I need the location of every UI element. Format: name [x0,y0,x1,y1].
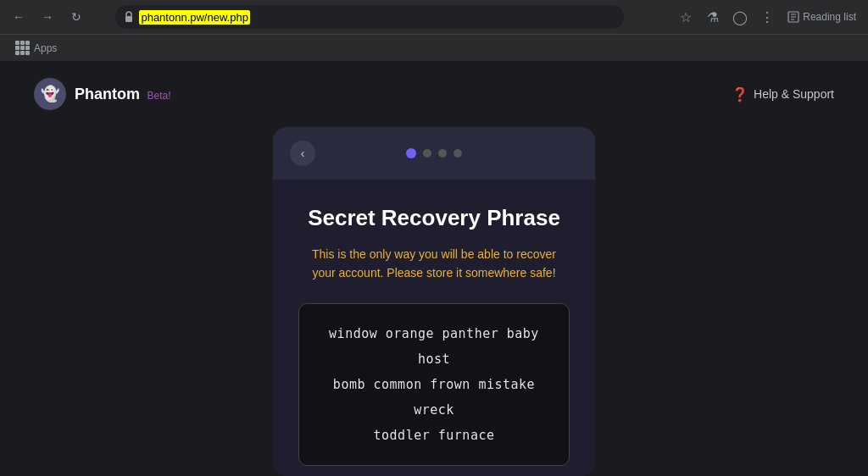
phrase-text: window orange panther baby host bomb com… [316,321,552,448]
menu-button[interactable]: ⋮ [755,5,779,29]
browser-toolbar: ← → ↻ phantonn.pw/new.php ☆ ⚗ ◯ ⋮ [0,0,868,34]
toolbar-right: ☆ ⚗ ◯ ⋮ Reading list [674,5,861,29]
address-text: phantonn.pw/new.php [139,11,615,24]
progress-dots [406,148,496,158]
apps-button[interactable]: Apps [10,38,62,58]
phrase-box: window orange panther baby host bomb com… [298,303,570,466]
address-bar[interactable]: phantonn.pw/new.php [115,5,624,29]
profile-button[interactable]: ◯ [728,5,752,29]
svg-rect-0 [125,16,132,22]
phantom-badge: Beta! [147,90,170,102]
forward-button[interactable]: → [36,5,59,29]
progress-dot-1 [406,148,416,158]
phantom-brand-name: Phantom [75,86,140,102]
phantom-emoji: 👻 [41,85,59,103]
recovery-phrase-card: ‹ Secret Recovery Phrase This is the onl… [273,127,595,476]
page-content: 👻 Phantom Beta! ❓ Help & Support ‹ [0,61,868,476]
card-warning: This is the only way you will be able to… [312,245,556,283]
progress-dot-3 [438,149,447,158]
lock-icon [124,11,134,23]
extensions-button[interactable]: ⚗ [701,5,725,29]
reload-button[interactable]: ↻ [64,5,88,29]
back-button[interactable]: ← [7,5,31,29]
card-back-button[interactable]: ‹ [290,141,315,166]
help-support-label: Help & Support [754,87,834,101]
apps-grid-icon [15,41,30,55]
apps-label: Apps [34,42,57,54]
phantom-avatar: 👻 [34,78,66,110]
progress-dot-4 [453,149,462,158]
card-header: ‹ [273,127,595,180]
card-body: Secret Recovery Phrase This is the only … [273,180,595,476]
help-support-link[interactable]: ❓ Help & Support [732,86,834,102]
url-highlight: phantonn.pw/new.php [139,10,250,25]
reading-list-label: Reading list [803,11,856,23]
card-title: Secret Recovery Phrase [308,205,560,231]
bookmark-star-button[interactable]: ☆ [674,5,698,29]
page-topbar: 👻 Phantom Beta! ❓ Help & Support [0,61,868,127]
question-icon: ❓ [732,86,748,102]
browser-chrome: ← → ↻ phantonn.pw/new.php ☆ ⚗ ◯ ⋮ [0,0,868,61]
bookmarks-bar: Apps [0,34,868,61]
back-chevron-icon: ‹ [301,147,305,160]
reading-list-button[interactable]: Reading list [782,8,861,26]
progress-dot-2 [423,149,431,158]
phantom-logo: 👻 Phantom Beta! [34,78,171,110]
